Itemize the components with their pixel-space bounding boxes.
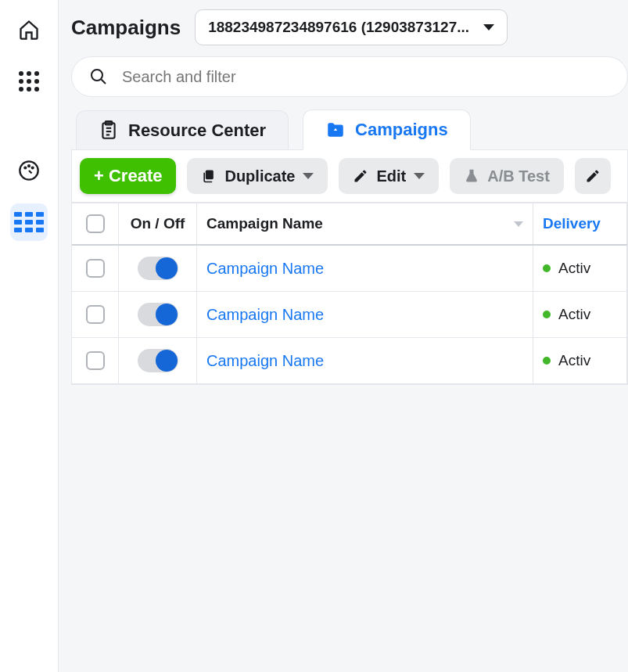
row-select[interactable] [72,338,119,383]
row-name-cell: Campaign Name [197,338,533,383]
page-title: Campaigns [71,16,181,40]
toggle-knob [156,350,178,372]
svg-point-3 [32,167,34,169]
select-all-header[interactable] [72,203,119,244]
toggle-knob [156,304,178,325]
status-dot-icon [543,311,551,318]
search-bar[interactable] [71,56,628,97]
status-toggle[interactable] [138,303,178,326]
chevron-down-icon [303,173,314,179]
tab-campaigns[interactable]: Campaigns [303,110,471,150]
create-label: + Create [94,166,162,186]
edit-label: Edit [376,167,406,185]
row-select[interactable] [72,292,119,337]
column-campaign-name[interactable]: Campaign Name [197,203,533,244]
more-edit-button[interactable] [575,158,611,194]
search-input[interactable] [122,68,610,86]
tabs: Resource Center Campaigns [71,110,628,150]
chevron-down-icon [483,24,494,31]
row-toggle-cell [119,246,197,291]
svg-point-4 [92,70,102,81]
row-toggle-cell [119,292,197,337]
apps-icon [19,71,39,92]
nav-apps[interactable] [10,63,48,100]
status-toggle[interactable] [138,257,178,280]
tab-label: Resource Center [128,120,266,141]
campaign-name-link[interactable]: Campaign Name [206,352,324,370]
pencil-icon [585,168,601,184]
column-onoff[interactable]: On / Off [119,203,197,244]
delivery-status: Activ [558,260,590,277]
table-icon [14,212,44,232]
campaign-name-link[interactable]: Campaign Name [206,260,324,278]
nav-campaigns[interactable] [10,203,48,241]
column-delivery[interactable]: Delivery [533,203,627,244]
row-delivery-cell: Activ [533,246,627,291]
row-select[interactable] [72,246,119,291]
row-delivery-cell: Activ [533,338,627,383]
ab-test-button[interactable]: A/B Test [450,158,564,194]
row-toggle-cell [119,338,197,383]
table-row: Campaign Name Activ [72,292,627,338]
main-content: Campaigns 188234987234897616 (1290387312… [59,0,628,672]
duplicate-icon [201,168,217,184]
campaign-name-link[interactable]: Campaign Name [206,306,324,324]
checkbox-icon[interactable] [86,259,105,278]
ab-test-label: A/B Test [487,167,550,185]
home-icon [18,19,40,41]
row-delivery-cell: Activ [533,292,627,337]
duplicate-label: Duplicate [224,167,295,185]
clipboard-icon [99,120,119,141]
edit-button[interactable]: Edit [339,158,439,194]
status-dot-icon [543,264,551,272]
ad-account-selector[interactable]: 188234987234897616 (12903873127... [195,9,508,45]
checkbox-icon[interactable] [86,305,105,324]
create-button[interactable]: + Create [80,158,176,194]
row-name-cell: Campaign Name [197,246,533,291]
delivery-status: Activ [558,306,590,323]
folder-icon [325,120,346,140]
nav-overview[interactable] [10,152,48,189]
svg-point-2 [28,165,30,167]
svg-line-5 [102,80,106,84]
search-icon [89,67,108,86]
sort-icon [514,221,523,227]
toggle-knob [156,257,178,279]
header: Campaigns 188234987234897616 (1290387312… [71,9,628,45]
row-name-cell: Campaign Name [197,292,533,337]
tab-resource-center[interactable]: Resource Center [76,110,289,150]
table-row: Campaign Name Activ [72,246,627,292]
duplicate-button[interactable]: Duplicate [187,158,328,194]
status-toggle[interactable] [138,349,178,372]
left-nav-rail [0,0,59,672]
gauge-icon [18,160,40,181]
checkbox-icon[interactable] [86,214,105,233]
pencil-icon [353,168,368,184]
chevron-down-icon [414,173,425,179]
campaigns-table: On / Off Campaign Name Delivery Campaign… [71,203,628,385]
status-dot-icon [543,357,551,365]
flask-icon [464,168,479,184]
column-label: Campaign Name [206,215,323,232]
tab-label: Campaigns [355,120,448,140]
toolbar: + Create Duplicate Edit A/B Test [71,149,628,203]
checkbox-icon[interactable] [86,351,105,370]
svg-point-1 [24,167,26,169]
nav-home[interactable] [10,11,48,49]
table-header-row: On / Off Campaign Name Delivery [72,203,627,246]
table-row: Campaign Name Activ [72,338,627,384]
delivery-status: Activ [558,352,590,369]
ad-account-value: 188234987234897616 (12903873127... [208,19,469,36]
svg-rect-11 [206,171,214,180]
